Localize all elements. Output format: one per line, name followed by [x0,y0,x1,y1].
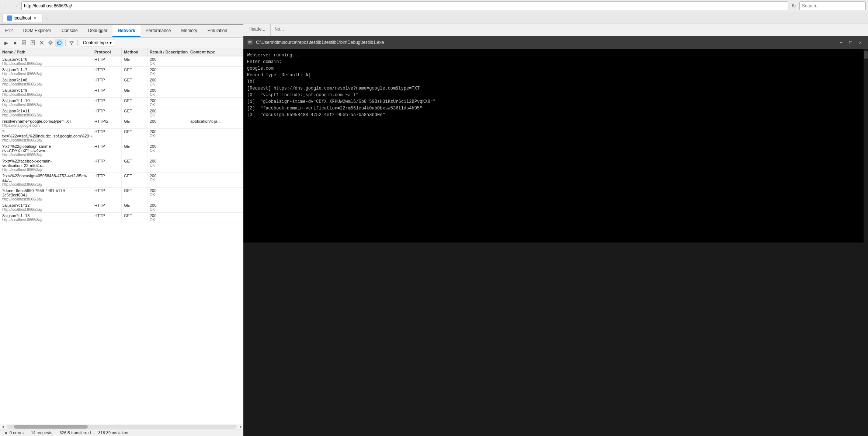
cell-protocol: HTTP [92,129,122,143]
status-bar: ● 0 errors 14 requests 626 B transferred… [0,429,243,436]
table-row[interactable]: 3aj.json?c1=6 http://localhost:8666/3aj/… [0,56,243,67]
cell-content-type [188,213,232,223]
network-toolbar: ▶ ■ Content type ▾ [0,38,243,48]
terminal-line: [2] "facebook-domain-verification=22rm55… [247,105,860,112]
export-button[interactable] [20,39,28,47]
cell-extra [232,56,243,66]
header-content-type[interactable]: Content type [188,48,232,56]
filter-button[interactable] [67,39,76,47]
cell-protocol: HTTP [92,98,122,108]
clear-button[interactable] [38,39,46,47]
tab-bar: e localhost ✕ + [0,12,868,24]
cell-extra [232,118,243,128]
hscroll-right[interactable]: ▸ [238,424,243,429]
table-row[interactable]: ?txt=%22globalsign-smime-dv=CDYX+XFHUw2w… [0,143,243,158]
terminal-scrollbar [864,49,868,243]
cell-result: 200 OK [147,129,188,143]
start-recording-button[interactable]: ▶ [2,39,10,47]
tab-emulation[interactable]: Emulation [202,25,232,37]
minimize-button[interactable]: − [837,38,845,46]
cell-protocol: HTTP [92,67,122,77]
table-row[interactable]: ?txt=%22docusign=05958488-4752-4ef2-95eb… [0,173,243,188]
cell-content-type [188,129,232,143]
content-type-dropdown[interactable]: Content type ▾ [80,39,115,46]
import-button[interactable] [29,39,37,47]
terminal-line: TXT [247,79,860,85]
browser-tab[interactable]: e localhost ✕ [2,14,42,22]
header-protocol[interactable]: Protocol [92,48,122,56]
cell-method: GET [122,202,147,212]
table-row[interactable]: 3aj.json?c1=11 http://localhost:8666/3aj… [0,108,243,118]
cell-method: GET [122,188,147,202]
tab-no[interactable]: No... [271,24,287,36]
terminal-body: Webserver running...Enter domain:google.… [243,49,864,243]
cell-extra [232,158,243,172]
cell-method: GET [122,158,147,172]
table-row[interactable]: ?done=6ebc5890-7959-4481-b179-2c5c3ccf60… [0,188,243,202]
cell-method: GET [122,56,147,66]
hscroll-thumb[interactable] [14,425,88,429]
header-name[interactable]: Name / Path [0,48,92,56]
browser-nav: ← → ↻ [0,0,868,12]
cell-protocol: HTTP [92,213,122,223]
cell-name: 3aj.json?c1=9 http://localhost:8666/3aj/ [0,87,92,97]
cell-extra [232,143,243,158]
terminal-titlebar: C:\Users\dtm\source\repos\testlib1\testl… [243,36,868,49]
disable-cache-button[interactable] [55,39,63,47]
hscroll-left[interactable]: ◂ [0,424,5,429]
address-bar[interactable] [21,1,788,10]
cell-name: 3aj.json?c1=10 http://localhost:8666/3aj… [0,98,92,108]
header-method[interactable]: Method [122,48,147,56]
cell-name: 3aj.json?c1=6 http://localhost:8666/3aj/ [0,56,92,66]
tab-performance[interactable]: Performance [140,25,176,37]
cell-extra [232,129,243,143]
terminal-line: [3] "docusign=05958488-4752-4ef2-95eb-aa… [247,112,860,118]
table-row[interactable]: ?txt=%22facebook-domain-verification=22r… [0,158,243,173]
browser-chrome: ← → ↻ e localhost ✕ + [0,0,868,24]
table-row[interactable]: 3aj.json?c1=10 http://localhost:8666/3aj… [0,98,243,108]
tab-close-button[interactable]: ✕ [32,15,38,21]
cell-content-type [188,202,232,212]
stop-recording-button[interactable]: ■ [11,39,19,47]
table-row[interactable]: ?txt=%22v=spf1%20include:_spf.google.com… [0,129,243,143]
terminal-scroll-thumb[interactable] [864,51,868,59]
settings-button[interactable] [46,39,55,47]
tab-headers[interactable]: Heade... [243,24,271,36]
table-row[interactable]: 3aj.json?c1=13 http://localhost:8666/3aj… [0,213,243,223]
tab-dom-explorer[interactable]: DOM Explorer [18,25,56,37]
error-icon: ● [4,430,8,435]
toolbar-separator [65,39,66,46]
maximize-button[interactable]: □ [847,38,855,46]
forward-button[interactable]: → [12,2,20,10]
new-tab-button[interactable]: + [42,14,51,22]
close-button[interactable]: × [856,38,864,46]
table-row[interactable]: resolve?name=google.com&type=TXT https:/… [0,118,243,129]
terminal-controls: − □ × [837,38,864,46]
status-errors: ● 0 errors [4,430,24,435]
tab-f12[interactable]: F12 [0,25,18,37]
errors-label: 0 errors [10,430,24,435]
terminal-icon [247,39,253,45]
tab-memory[interactable]: Memory [176,25,202,37]
header-result[interactable]: Result / Description [147,48,188,56]
cell-content-type [188,67,232,77]
terminal-title: C:\Users\dtm\source\repos\testlib1\testl… [247,39,384,45]
terminal-line: Webserver running... [247,52,860,59]
terminal-bottom-area [243,243,868,436]
table-row[interactable]: 3aj.json?c1=7 http://localhost:8666/3aj/… [0,67,243,77]
cell-extra [232,67,243,77]
table-row[interactable]: 3aj.json?c1=8 http://localhost:8666/3aj/… [0,77,243,87]
tab-debugger[interactable]: Debugger [83,25,113,37]
table-row[interactable]: 3aj.json?c1=9 http://localhost:8666/3aj/… [0,87,243,98]
back-button[interactable]: ← [2,2,10,10]
cell-content-type [188,188,232,202]
tab-network[interactable]: Network [112,25,140,37]
search-input[interactable] [799,1,866,10]
cell-result: 200 [147,118,188,128]
refresh-button[interactable]: ↻ [790,2,798,10]
terminal-line: google.com [247,65,860,72]
cell-result: 200 OK [147,56,188,66]
tab-console[interactable]: Console [56,25,83,37]
terminal-window: C:\Users\dtm\source\repos\testlib1\testl… [243,36,868,436]
table-row[interactable]: 3aj.json?c1=12 http://localhost:8666/3aj… [0,202,243,213]
